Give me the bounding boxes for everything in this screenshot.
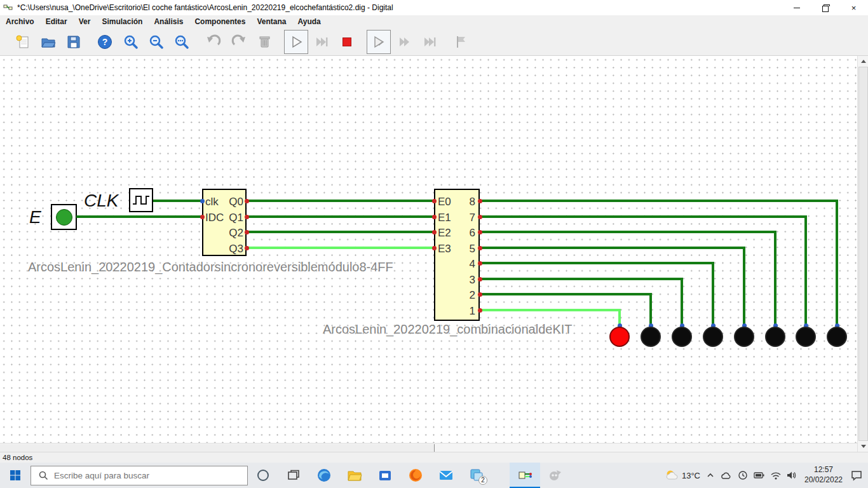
onedrive-cloud-icon[interactable]	[721, 471, 732, 480]
stop-simulation-button[interactable]	[335, 30, 359, 54]
wire-out7	[480, 215, 807, 218]
zoom-out-icon	[148, 34, 165, 50]
pin-dot	[245, 199, 249, 203]
tray-time: 12:57	[803, 465, 844, 475]
network-icon[interactable]	[771, 471, 781, 480]
decoder-component[interactable]: E0 E1 E2 E3 8 7 6 5 4 3 2 1	[434, 189, 480, 321]
volume-icon[interactable]	[787, 471, 797, 480]
taskbar-file-explorer[interactable]	[339, 463, 370, 488]
led-1[interactable]	[609, 327, 630, 347]
pin-dot	[478, 230, 482, 234]
action-center-icon[interactable]	[850, 470, 863, 481]
horizontal-scroll-thumb[interactable]	[0, 444, 435, 452]
scroll-down-button[interactable]	[858, 441, 868, 452]
horizontal-scrollbar[interactable]	[0, 443, 857, 452]
title-bar: *C:\Users\nusa_\OneDrive\Escritorio\El c…	[0, 0, 868, 15]
search-input[interactable]	[54, 471, 247, 480]
menu-analisis[interactable]: Análisis	[148, 15, 189, 29]
taskbar-gimp[interactable]	[540, 463, 571, 488]
taskbar-cortana[interactable]	[248, 463, 278, 488]
led-5[interactable]	[734, 327, 754, 347]
battery-icon[interactable]	[754, 471, 765, 479]
zoom-out-button[interactable]	[144, 30, 168, 54]
menu-ayuda[interactable]: Ayuda	[292, 15, 326, 29]
step-icon	[396, 34, 412, 50]
pin-dot	[200, 215, 205, 219]
weather-temperature[interactable]: 13°C	[682, 471, 700, 480]
step-button[interactable]	[392, 30, 416, 54]
run-to-end-button[interactable]	[309, 30, 334, 54]
circuit-canvas[interactable]: E CLK clk IDC Q0 Q1 Q2 Q3 ArcosLenin_202…	[0, 56, 857, 443]
system-tray: 13°C 12:57 20/02/2022	[665, 463, 868, 488]
pin-dot	[478, 308, 482, 313]
open-file-button[interactable]	[36, 30, 60, 54]
taskbar-edge[interactable]	[309, 463, 339, 488]
play-icon	[288, 34, 304, 50]
counter-pin-idc: IDC	[205, 212, 224, 224]
save-file-button[interactable]	[62, 30, 86, 54]
menu-ventana[interactable]: Ventana	[251, 15, 292, 29]
taskbar-store[interactable]	[370, 463, 400, 488]
new-file-button[interactable]	[11, 30, 35, 54]
wire-drop-led3	[681, 278, 683, 328]
menu-archivo[interactable]: Archivo	[0, 15, 40, 29]
pin-dot	[478, 246, 482, 250]
led-2[interactable]	[641, 327, 661, 347]
arrow-down-icon	[861, 445, 866, 448]
alarm-clock-icon[interactable]	[738, 470, 748, 480]
wire-out5	[480, 247, 745, 249]
menu-ver[interactable]: Ver	[73, 15, 97, 29]
undo-button[interactable]	[201, 30, 226, 54]
zoom-fit-button[interactable]	[170, 30, 194, 54]
weather-icon[interactable]	[665, 468, 679, 482]
decoder-pin-1: 1	[470, 306, 475, 317]
tray-chevron-up-icon[interactable]	[706, 471, 715, 480]
counter-caption: ArcosLenin_20220219_Contadorsincronoreve…	[28, 260, 393, 274]
pin-dot	[245, 215, 249, 219]
scroll-up-button[interactable]	[858, 56, 868, 67]
run-to-break-button[interactable]	[367, 30, 391, 54]
store-icon	[377, 468, 393, 483]
gate-step-button[interactable]	[417, 30, 442, 54]
vertical-scroll-thumb[interactable]	[858, 67, 868, 441]
led-8[interactable]	[827, 327, 847, 347]
minimize-button[interactable]	[782, 0, 811, 15]
help-button[interactable]: ?	[93, 30, 117, 54]
digital-app-icon	[517, 468, 532, 483]
tray-clock[interactable]: 12:57 20/02/2022	[803, 465, 844, 485]
zoom-in-button[interactable]	[119, 30, 143, 54]
start-simulation-button[interactable]	[284, 30, 308, 54]
counter-component[interactable]: clk IDC Q0 Q1 Q2 Q3	[202, 189, 247, 256]
taskbar-photos[interactable]: 2	[461, 463, 492, 488]
menu-simulacion[interactable]: Simulación	[96, 15, 148, 29]
taskbar-task-view[interactable]	[278, 463, 309, 488]
mail-icon	[438, 468, 454, 483]
pin-dot	[478, 292, 482, 297]
input-e-switch[interactable]	[51, 204, 77, 230]
led-7[interactable]	[796, 327, 816, 347]
close-button[interactable]: ×	[839, 0, 868, 15]
vertical-scrollbar[interactable]	[857, 56, 868, 452]
menu-componentes[interactable]: Componentes	[189, 15, 251, 29]
led-6[interactable]	[765, 327, 785, 347]
start-button[interactable]	[0, 463, 31, 488]
folder-icon	[347, 468, 362, 483]
clock-component[interactable]	[129, 188, 153, 212]
led-4[interactable]	[703, 327, 723, 347]
taskbar-firefox[interactable]	[400, 463, 431, 488]
flag-icon	[453, 34, 470, 50]
led-3[interactable]	[672, 327, 692, 347]
delete-button[interactable]	[252, 30, 276, 54]
taskbar-digital-app[interactable]	[510, 463, 540, 488]
analysis-button[interactable]	[449, 30, 473, 54]
wire-out4	[480, 262, 714, 264]
menu-editar[interactable]: Editar	[40, 15, 73, 29]
pin-dot	[478, 215, 482, 219]
wire-drop-led7	[804, 215, 807, 328]
counter-pin-q0: Q0	[229, 196, 243, 208]
redo-button[interactable]	[227, 30, 251, 54]
taskbar-search[interactable]	[31, 466, 248, 485]
stop-icon	[339, 34, 355, 50]
taskbar-mail[interactable]	[431, 463, 461, 488]
restore-button[interactable]	[811, 0, 839, 15]
